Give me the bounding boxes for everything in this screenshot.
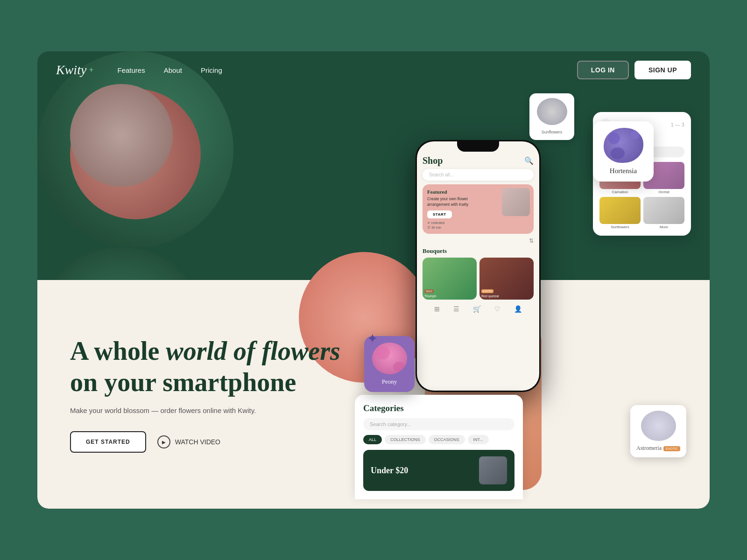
under-20-label: Under $20 (371, 466, 408, 476)
tab-all[interactable]: ALL (363, 435, 382, 444)
hortensia-flower-img (604, 128, 643, 163)
hero-heading-italic: world of flowers (166, 336, 340, 365)
phone-nav-grid[interactable]: ⊞ (434, 305, 440, 313)
logo: Kwity+ (56, 63, 94, 77)
tab-occasions[interactable]: OCCASIONS (429, 435, 465, 444)
star-decoration: ✦ (367, 331, 378, 346)
nav-links: Features About Pricing (118, 66, 577, 74)
featured-card: Featured Create your own flower arrangem… (423, 184, 534, 234)
start-button[interactable]: START (427, 210, 452, 218)
hero-text-block: A whole world of flowers on your smartph… (70, 336, 340, 453)
page-wrapper: Kwity+ Features About Pricing LOG IN SIG… (37, 51, 710, 509)
bouquet-1-info: WILD Triumph (424, 286, 436, 298)
phone-notch (457, 141, 499, 152)
under-20-img (479, 456, 507, 484)
astromeria-img (641, 411, 676, 441)
watch-video-button[interactable]: ▶ WATCH VIDEO (157, 435, 220, 448)
featured-img (502, 188, 530, 216)
sunflowers-thumb-label: Sunflowers (599, 225, 641, 229)
phone-screen: Shop 🔍 Search all... Featured Create you… (417, 141, 539, 391)
nav-actions: LOG IN SIGN UP (577, 61, 691, 79)
shop-title: Shop (423, 155, 443, 166)
filter-row: ⇅ (423, 238, 534, 245)
categories-tabs: ALL COLLECTIONS OCCASIONS INT... (363, 435, 514, 444)
wild-tag: WILD (424, 289, 434, 293)
unlimited-text: ✕ Unlimited (427, 221, 529, 225)
bouquet-2-name: Red quetzal (481, 294, 499, 298)
hortensia-card: Hortensia (593, 121, 654, 182)
nav-link-pricing[interactable]: Pricing (201, 66, 222, 74)
peony-flower-img (372, 343, 407, 374)
hero-subtext: Make your world blossom — order flowers … (70, 406, 303, 414)
logo-plus: + (88, 65, 94, 75)
bouquets-label: Bouquets (423, 247, 534, 255)
phone-content: Shop 🔍 Search all... Featured Create you… (417, 152, 539, 317)
sunflowers-name: Sunflowers (542, 130, 563, 134)
astromeria-card: Astromeria EXOTIC (630, 405, 686, 457)
sunflower-img (537, 98, 567, 125)
get-started-button[interactable]: GET STARTED (70, 431, 146, 453)
nav-link-features[interactable]: Features (118, 66, 145, 74)
hero-buttons: GET STARTED ▶ WATCH VIDEO (70, 431, 340, 453)
hero-heading-part1: A whole (70, 336, 166, 365)
featured-text: Create your own flower arrangement with … (427, 196, 479, 208)
logo-text: Kwity (56, 63, 86, 77)
phone-area: Hortensia Sunflowers ← 1 — 3 Your favori… (355, 89, 691, 499)
peony-name: Peony (382, 378, 397, 385)
sunflowers-thumb-img (599, 197, 641, 224)
exotic-badge: EXOTIC (663, 446, 680, 451)
mum-thumb: Mum (643, 197, 684, 229)
tab-int[interactable]: INT... (468, 435, 489, 444)
hero-heading-part2: on your smartphone (70, 368, 296, 397)
phone-frame: Shop 🔍 Search all... Featured Create you… (416, 140, 541, 392)
bouquet-card-2: EXOTIC Red quetzal (479, 258, 534, 300)
navbar: Kwity+ Features About Pricing LOG IN SIG… (37, 51, 710, 89)
sunflowers-thumb: Sunflowers (599, 197, 641, 229)
phone-nav-row: ⊞ ☰ 🛒 ♡ 👤 (423, 305, 534, 313)
shop-search-bar[interactable]: Search all... (423, 169, 534, 181)
phone-mockup: Shop 🔍 Search all... Featured Create you… (416, 140, 541, 392)
hero-heading: A whole world of flowers on your smartph… (70, 336, 340, 398)
feature-details: ✕ Unlimited ⏱ 30 min (427, 221, 529, 229)
categories-search[interactable]: Search category... (363, 418, 514, 430)
carnation-label: Carnation (599, 190, 641, 194)
play-icon: ▶ (157, 435, 170, 448)
phone-nav-list[interactable]: ☰ (453, 305, 459, 313)
orchid-label: Orchid (643, 190, 684, 194)
exotic-tag: EXOTIC (481, 289, 493, 293)
phone-nav-heart[interactable]: ♡ (494, 305, 500, 313)
filter-icon[interactable]: ⇅ (529, 238, 534, 245)
phone-nav-cart[interactable]: 🛒 (473, 305, 481, 313)
mum-img (643, 197, 684, 224)
signup-button[interactable]: SIGN UP (634, 61, 691, 79)
astromeria-name: Astromeria (636, 445, 662, 451)
under-20-banner: Under $20 (363, 450, 514, 491)
bouquet-card-1: WILD Triumph (423, 258, 477, 300)
categories-title: Categories (363, 403, 514, 413)
hortensia-name: Hortensia (610, 167, 637, 175)
sunflowers-card: Sunflowers (529, 93, 574, 140)
shop-header: Shop 🔍 (423, 155, 534, 166)
tab-collections[interactable]: COLLECTIONS (385, 435, 426, 444)
pagination-text: 1 — 3 (671, 122, 684, 127)
bouquet-1-name: Triumph (424, 294, 436, 298)
time-text: ⏱ 30 min (427, 226, 529, 229)
bouquets-row: WILD Triumph EXOTIC Red quetzal (423, 258, 534, 300)
watch-video-label: WATCH VIDEO (175, 438, 220, 446)
categories-panel: Categories Search category... ALL COLLEC… (355, 395, 523, 499)
nav-link-about[interactable]: About (164, 66, 182, 74)
login-button[interactable]: LOG IN (577, 61, 629, 79)
phone-nav-person[interactable]: 👤 (514, 305, 522, 313)
bouquet-2-info: EXOTIC Red quetzal (481, 286, 499, 298)
mum-label: Mum (643, 225, 684, 229)
search-icon[interactable]: 🔍 (524, 156, 534, 165)
